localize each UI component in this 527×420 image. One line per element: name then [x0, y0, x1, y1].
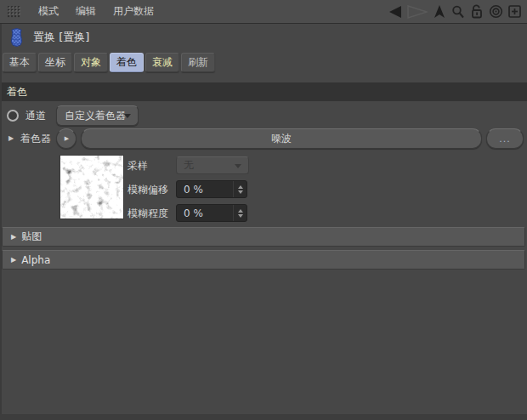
triangle-right-icon: ▶: [65, 135, 69, 142]
section-header-label: 着色: [7, 86, 27, 98]
sampling-value: 无: [184, 158, 194, 173]
channel-type-value: 自定义着色器: [65, 109, 126, 123]
panel-left-edge: [0, 24, 2, 420]
blur-offset-stepper[interactable]: [233, 181, 246, 197]
displacement-deformer-icon: [8, 28, 25, 47]
drag-grip-icon[interactable]: [7, 5, 21, 18]
lock-icon[interactable]: [469, 3, 484, 21]
shader-row: ▶ 着色器 ▶ 噪波 ...: [0, 128, 527, 149]
step-up-icon[interactable]: [238, 185, 243, 189]
channel-type-dropdown[interactable]: 自定义着色器: [56, 105, 139, 126]
shader-more-button[interactable]: ...: [486, 128, 524, 149]
blur-scale-input[interactable]: [177, 207, 233, 219]
group-texture[interactable]: ▶ 贴图: [2, 227, 525, 247]
blur-offset-input[interactable]: [177, 184, 233, 196]
tab-basic[interactable]: 基本: [3, 53, 37, 72]
history-forward-icon[interactable]: [406, 3, 428, 21]
menu-icon-group: [388, 0, 522, 23]
history-back-icon[interactable]: [388, 3, 403, 21]
channel-radio[interactable]: [7, 110, 19, 122]
object-title: 置换 [置换]: [33, 30, 89, 45]
object-title-row: 置换 [置换]: [0, 24, 527, 51]
shader-noise-button[interactable]: 噪波: [81, 128, 482, 149]
triangle-right-icon: ▶: [11, 233, 16, 241]
section-header: 着色: [0, 82, 527, 101]
menu-edit[interactable]: 编辑: [67, 0, 105, 23]
panel-bottom-edge: [0, 414, 527, 420]
blur-offset-label: 模糊偏移: [128, 183, 175, 197]
blur-scale-field: [176, 204, 247, 222]
chevron-down-icon: [124, 114, 131, 118]
tab-falloff[interactable]: 衰减: [145, 53, 179, 72]
sampling-dropdown: 无: [176, 156, 249, 174]
channel-row: 通道 自定义着色器: [0, 105, 527, 126]
step-down-icon[interactable]: [238, 190, 243, 194]
tab-bar: 基本 坐标 对象 着色 衰减 刷新: [3, 53, 215, 72]
blur-scale-stepper[interactable]: [233, 205, 246, 221]
tab-object[interactable]: 对象: [74, 53, 108, 72]
group-alpha-label: Alpha: [21, 254, 50, 266]
target-mode-icon[interactable]: [488, 3, 503, 21]
channel-label: 通道: [26, 109, 46, 123]
menu-user-data[interactable]: 用户数据: [105, 0, 162, 23]
menu-bar: 模式 编辑 用户数据: [0, 0, 527, 24]
new-panel-icon[interactable]: [507, 3, 522, 21]
menu-mode[interactable]: 模式: [30, 0, 67, 23]
blur-offset-field: [176, 180, 247, 198]
group-texture-label: 贴图: [21, 230, 42, 244]
shader-label: 着色器: [20, 132, 51, 146]
tab-shading[interactable]: 着色: [110, 53, 144, 72]
search-icon[interactable]: [450, 3, 466, 21]
tab-coordinates[interactable]: 坐标: [38, 53, 72, 72]
noise-preview-thumbnail[interactable]: [60, 155, 124, 219]
shader-name: 噪波: [271, 132, 292, 146]
chevron-down-icon: [235, 164, 241, 168]
parent-up-icon[interactable]: [432, 3, 447, 21]
step-up-icon[interactable]: [238, 209, 243, 213]
shader-popup-button[interactable]: ▶: [56, 128, 76, 149]
attribute-manager-window: 模式 编辑 用户数据: [0, 0, 527, 420]
triangle-right-icon: ▶: [11, 256, 16, 264]
sampling-label: 采样: [128, 159, 175, 173]
tab-refresh[interactable]: 刷新: [181, 53, 215, 72]
group-alpha[interactable]: ▶ Alpha: [2, 250, 525, 270]
step-down-icon[interactable]: [238, 214, 243, 218]
blur-scale-label: 模糊程度: [128, 207, 175, 221]
shader-expander-icon[interactable]: ▶: [8, 134, 14, 142]
